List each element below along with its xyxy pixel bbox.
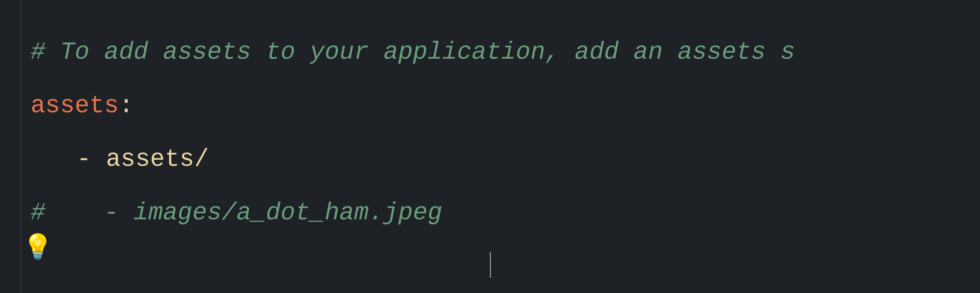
code-line-1: # To add assets to your application, add… (30, 25, 980, 79)
code-line-4: # - images/a_dot_ham.jpeg (30, 186, 980, 240)
lightbulb-icon: 💡 (22, 232, 53, 262)
value-text-assets-dir: - assets/ (76, 133, 209, 186)
code-line-3: - assets/ (30, 133, 980, 186)
left-gutter-border (21, 0, 21, 293)
lightbulb-hint[interactable]: 💡 (22, 232, 53, 262)
comment-text-line1: # To add assets to your application, add… (30, 25, 795, 79)
colon-assets: : (119, 79, 134, 133)
comment-value-line4: - images/a_dot_ham.jpeg (45, 186, 442, 240)
code-line-2: assets: (30, 79, 980, 133)
code-editor: # To add assets to your application, add… (0, 0, 980, 293)
comment-hash-line4: # (30, 186, 45, 240)
text-cursor (490, 252, 491, 278)
key-text-assets: assets (30, 79, 119, 133)
code-content[interactable]: # To add assets to your application, add… (0, 15, 980, 250)
